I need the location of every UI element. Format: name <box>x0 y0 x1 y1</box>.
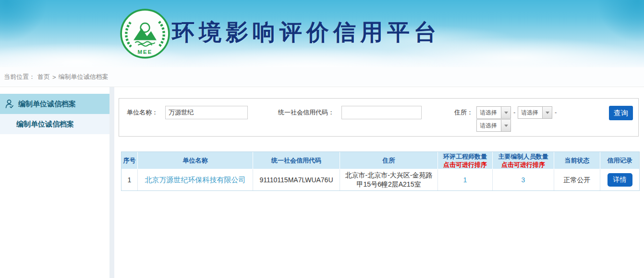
breadcrumb-current: 编制单位诚信档案 <box>59 73 109 81</box>
chevron-down-icon <box>504 125 508 127</box>
address-label: 住所： <box>454 106 473 119</box>
page-title: 环境影响评价信用平台 <box>172 17 441 48</box>
breadcrumb-home-link[interactable]: 首页 <box>37 73 50 81</box>
col-credit-record: 信用记录 <box>600 152 639 169</box>
sidebar-subitem-unit-credit-archive[interactable]: 编制单位诚信档案 <box>0 114 109 134</box>
province-select[interactable]: 请选择 <box>476 106 511 119</box>
logo-text: MEE <box>137 49 152 55</box>
page: MEE 环境影响评价信用平台 当前位置： 首页 > 编制单位诚信档案 编制单位诚… <box>0 0 644 278</box>
chevron-down-icon <box>504 112 508 114</box>
district-select-arrow[interactable] <box>501 120 510 131</box>
breadcrumb-separator: > <box>52 74 56 81</box>
address-dash-2: - <box>555 109 557 116</box>
col-staff-count-sortable[interactable]: 主要编制人员数量 点击可进行排序 <box>493 152 554 169</box>
sort-hint: 点击可进行排序 <box>494 161 553 169</box>
row-index: 1 <box>122 169 138 190</box>
address-value: 北京市-北京市-大兴区-金苑路甲15号6幢2层A215室 <box>340 169 438 190</box>
status-value: 正常公开 <box>554 169 600 190</box>
address-dash-1: - <box>513 109 515 116</box>
table-header-row: 序号 单位名称 统一社会信用代码 住所 环评工程师数量 点击可进行排序 主要编制… <box>122 152 639 169</box>
city-select[interactable]: 请选择 <box>518 106 552 119</box>
results-table: 序号 单位名称 统一社会信用代码 住所 环评工程师数量 点击可进行排序 主要编制… <box>121 152 640 191</box>
credit-code-value: 91110115MA7LWUA76U <box>253 169 340 190</box>
credit-code-input[interactable] <box>341 106 422 119</box>
table-row: 1 北京万源世纪环保科技有限公司 91110115MA7LWUA76U 北京市-… <box>122 169 639 190</box>
sidebar: 编制单位诚信档案 编制单位诚信档案 <box>0 87 109 278</box>
district-select-value: 请选择 <box>477 120 501 131</box>
sidebar-subitem-label: 编制单位诚信档案 <box>16 120 74 129</box>
mee-logo-icon: MEE <box>120 9 170 59</box>
site-header: MEE 环境影响评价信用平台 <box>0 0 644 67</box>
chevron-down-icon <box>546 112 549 114</box>
col-engineer-count-label: 环评工程师数量 <box>439 152 491 161</box>
staff-count-link[interactable]: 3 <box>522 176 525 184</box>
main-content: 单位名称： 统一社会信用代码： 住所： 请选择 - 请选择 - 请选择 查询 <box>114 87 644 278</box>
col-address: 住所 <box>340 152 438 169</box>
col-index: 序号 <box>122 152 138 169</box>
company-name-link[interactable]: 北京万源世纪环保科技有限公司 <box>145 176 246 184</box>
unit-name-label: 单位名称： <box>127 106 158 119</box>
col-engineer-count-sortable[interactable]: 环评工程师数量 点击可进行排序 <box>438 152 493 169</box>
engineer-count-link[interactable]: 1 <box>463 176 467 184</box>
col-unit-name: 单位名称 <box>138 152 253 169</box>
search-panel: 单位名称： 统一社会信用代码： 住所： 请选择 - 请选择 - 请选择 查询 <box>119 98 639 137</box>
detail-button[interactable]: 详情 <box>608 173 632 187</box>
sidebar-divider <box>109 87 114 278</box>
breadcrumb-label: 当前位置： <box>4 73 35 81</box>
col-credit-code: 统一社会信用代码 <box>253 152 340 169</box>
unit-name-input[interactable] <box>165 106 248 119</box>
user-check-icon <box>4 99 15 109</box>
city-select-arrow[interactable] <box>542 107 552 118</box>
breadcrumb: 当前位置： 首页 > 编制单位诚信档案 <box>0 67 644 87</box>
city-select-value: 请选择 <box>518 107 542 118</box>
province-select-arrow[interactable] <box>501 107 510 118</box>
credit-code-label: 统一社会信用代码： <box>278 106 334 119</box>
sort-hint: 点击可进行排序 <box>439 161 491 169</box>
col-staff-count-label: 主要编制人员数量 <box>494 152 553 161</box>
query-button[interactable]: 查询 <box>609 106 633 120</box>
sidebar-item-label: 编制单位诚信档案 <box>18 100 76 109</box>
district-select[interactable]: 请选择 <box>476 119 511 132</box>
province-select-value: 请选择 <box>477 107 501 118</box>
sidebar-item-unit-credit-archive[interactable]: 编制单位诚信档案 <box>0 94 109 114</box>
col-status: 当前状态 <box>554 152 600 169</box>
